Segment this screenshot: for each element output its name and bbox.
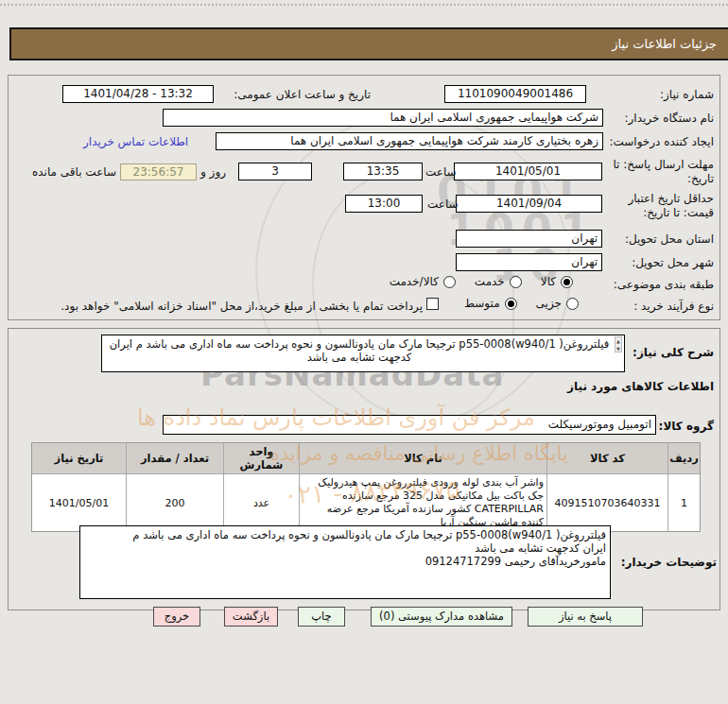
subject-class-radio-group: کالا خدمت کالا/خدمت [376,275,573,288]
buyer-notes-textarea[interactable]: فیلترروغن( p55-0008(w940/1 ترجیحا مارک م… [79,525,611,599]
need-details-page: 0101 1001 10 ParsNamadData مرکز فن آوری … [0,0,728,704]
page-title-bar: جزئیات اطلاعات نیاز [9,27,728,60]
cell-item-code: 4091510703640331 [546,474,667,531]
subject-class-label: طبقه بندی موضوعی: [614,278,714,291]
need-desc-textarea[interactable]: فیلترروغن( p55-0008(w940/1 ترجیحا مارک م… [101,335,625,372]
countdown-timer: 23:56:57 [120,163,197,180]
delivery-province-field[interactable]: تهران [456,230,602,248]
price-validity-label: حداقل تاریخ اعتبار قیمت: تا تاریخ: [602,192,714,220]
reply-deadline-date-field[interactable]: 1401/05/01 [454,163,602,180]
exit-button[interactable]: خروج [153,607,200,627]
cell-row-no: 1 [667,474,700,531]
radio-icon-goods[interactable] [561,276,573,288]
process-type-radio-group: جزیی متوسط [451,297,579,310]
radio-icon-service[interactable] [510,276,522,288]
radio-label-service: خدمت [475,275,505,288]
need-desc-label: شرح کلی نیاز: [633,346,714,359]
radio-icon-partial[interactable] [566,298,579,310]
buyer-notes-label: توضیحات خریدار: [621,556,717,569]
reply-to-need-button[interactable]: پاسخ به نیاز [528,607,643,627]
watermark-fa-line2: پایگاه اطلاع رسانی مناقصه و مزایده [269,442,568,465]
price-validity-time-field[interactable]: 13:00 [345,195,423,213]
delivery-city-label: شهر محل تحویل: [632,256,714,269]
cell-qty: 200 [126,474,223,531]
print-button[interactable]: چاپ [298,607,345,627]
radio-icon-goods-service[interactable] [443,276,456,288]
request-creator-label: ایجاد کننده درخواست: [609,135,714,148]
reply-deadline-label: مهلت ارسال پاسخ: تا تاریخ: [608,158,714,186]
reply-deadline-hour-label: ساعت [425,165,457,179]
watermark-fa-line1: مرکز فن آوری اطلاعات پارس نماد داده ها [137,404,535,431]
days-and-label: روز و [200,165,226,179]
request-creator-field[interactable]: زهره بختیاری کارمند شرکت هواپیمایی جمهور… [216,132,603,150]
treasury-docs-checkbox-label: پرداخت تمام یا بخشی از مبلغ خرید،از محل … [57,300,423,314]
radio-label-goods-service: کالا/خدمت [390,275,439,288]
top-dotted-divider [0,4,728,6]
process-type-label: نوع فرآیند خرید : [633,300,714,313]
goods-group-label: گروه کالا: [659,420,714,433]
col-header-row-no: ردیف [667,443,700,474]
price-validity-hour-label: ساعت [427,197,459,211]
radio-icon-medium[interactable] [505,298,517,310]
delivery-province-label: استان محل تحویل: [625,232,714,246]
treasury-docs-checkbox[interactable] [426,298,439,310]
buyer-org-field[interactable]: شرکت هواپیمایی جمهوری اسلامی ایران هما [163,109,603,127]
need-number-field[interactable]: 1101090049001486 [444,85,586,103]
announce-datetime-field[interactable]: 1401/04/28 - 13:32 [62,85,214,103]
announce-datetime-label: تاریخ و ساعت اعلان عمومی: [234,88,371,101]
hours-remaining-label: ساعت باقی مانده [32,165,116,179]
remaining-days-field[interactable]: 3 [238,163,312,180]
textarea-scrollbar[interactable]: ▲▼ [615,336,622,352]
radio-option-goods[interactable]: کالا [541,275,573,288]
buyer-contact-link[interactable]: اطلاعات تماس خریدار [83,135,188,148]
watermark-phone: ۰۲۱ - ۸۸۳۴۹۶۷۵ [284,474,460,509]
buyer-org-label: نام دستگاه خریدار: [625,112,715,125]
radio-option-goods-service[interactable]: کالا/خدمت [390,275,456,288]
radio-label-partial: جزیی [536,297,562,310]
cell-need-date: 1401/05/01 [32,474,126,531]
radio-option-service[interactable]: خدمت [475,275,522,288]
delivery-city-field[interactable]: تهران [456,253,602,271]
need-number-label: شماره نیاز: [660,88,714,101]
col-header-qty: تعداد / مقدار [126,443,223,474]
goods-section-header: اطلاعات کالاهای مورد نیاز [567,380,714,393]
view-attachments-button[interactable]: مشاهده مدارک پیوستی (0) [371,607,512,627]
back-button[interactable]: بازگشت [224,607,278,627]
reply-deadline-time-field[interactable]: 13:35 [343,163,423,180]
radio-option-medium[interactable]: متوسط [464,297,517,310]
price-validity-date-field[interactable]: 1401/09/04 [456,195,602,213]
radio-label-medium: متوسط [464,297,500,310]
page-title: جزئیات اطلاعات نیاز [612,37,717,51]
col-header-need-date: تاریخ نیاز [32,443,126,474]
radio-label-goods: کالا [541,275,556,288]
radio-option-partial[interactable]: جزیی [536,297,579,310]
